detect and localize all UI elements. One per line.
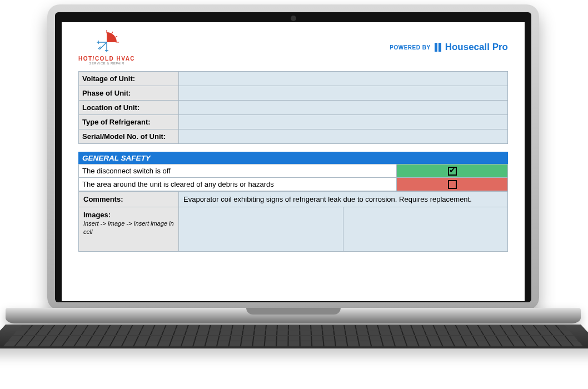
- info-row: Type of Refrigerant:: [79, 115, 508, 129]
- camera-dot: [291, 16, 296, 21]
- svg-rect-10: [435, 43, 437, 52]
- laptop-frame: HOT/COLD HVAC SERVICE & REPAIR POWERED B…: [0, 0, 588, 389]
- checklist-text: The disconnect switch is off: [79, 164, 397, 178]
- laptop-hinge: [6, 308, 581, 323]
- checklist-text: The area around the unit is cleared of a…: [79, 178, 397, 191]
- checkbox-checked-icon: [448, 167, 457, 176]
- images-row: Images: Insert -> Image -> Insert image …: [79, 207, 508, 252]
- document-viewport: HOT/COLD HVAC SERVICE & REPAIR POWERED B…: [62, 22, 525, 301]
- unit-info-table: Voltage of Unit: Phase of Unit: Location…: [78, 71, 508, 144]
- screen-bezel-outer: HOT/COLD HVAC SERVICE & REPAIR POWERED B…: [47, 4, 539, 310]
- info-label: Phase of Unit:: [79, 86, 179, 101]
- info-label: Type of Refrigerant:: [79, 115, 179, 129]
- checkbox-unchecked-icon: [448, 180, 457, 189]
- info-value[interactable]: [179, 86, 508, 101]
- safety-checklist: The disconnect switch is off The area ar…: [78, 164, 508, 191]
- sun-snowflake-icon: [94, 30, 119, 54]
- info-value[interactable]: [179, 115, 508, 129]
- checklist-row: The area around the unit is cleared of a…: [79, 178, 508, 191]
- powered-by-label: POWERED BY: [390, 44, 430, 51]
- info-value[interactable]: [179, 72, 508, 86]
- svg-line-6: [99, 42, 107, 49]
- document-header: HOT/COLD HVAC SERVICE & REPAIR POWERED B…: [78, 28, 508, 67]
- info-label: Voltage of Unit:: [79, 72, 179, 86]
- powered-by: POWERED BY Housecall Pro: [390, 42, 508, 53]
- powered-by-name: Housecall Pro: [445, 42, 508, 53]
- comments-row: Comments: Evaporator coil exhibiting sig…: [79, 192, 508, 207]
- info-row: Phase of Unit:: [79, 86, 508, 101]
- screen-bezel-inner: HOT/COLD HVAC SERVICE & REPAIR POWERED B…: [55, 12, 531, 302]
- info-value[interactable]: [179, 101, 508, 115]
- keyboard: [0, 325, 588, 348]
- image-cell[interactable]: [179, 207, 343, 252]
- images-hint: Insert -> Image -> Insert image in cell: [83, 220, 174, 235]
- comments-images-table: Comments: Evaporator coil exhibiting sig…: [78, 191, 508, 252]
- company-logo: HOT/COLD HVAC SERVICE & REPAIR: [78, 30, 135, 65]
- trackpad-notch: [246, 308, 341, 315]
- comments-value[interactable]: Evaporator coil exhibiting signs of refr…: [179, 192, 508, 207]
- info-row: Voltage of Unit:: [79, 72, 508, 86]
- info-row: Serial/Model No. of Unit:: [79, 129, 508, 144]
- section-header: GENERAL SAFETY: [78, 152, 508, 164]
- checklist-row: The disconnect switch is off: [79, 164, 508, 178]
- info-label: Location of Unit:: [79, 101, 179, 115]
- checklist-status[interactable]: [397, 164, 508, 178]
- company-name: HOT/COLD HVAC: [78, 56, 135, 62]
- checklist-status[interactable]: [397, 178, 508, 191]
- image-cell[interactable]: [343, 207, 507, 252]
- svg-rect-11: [438, 43, 441, 52]
- info-row: Location of Unit:: [79, 101, 508, 115]
- info-label: Serial/Model No. of Unit:: [79, 129, 179, 144]
- laptop-base: [6, 308, 581, 380]
- housecall-icon: [434, 43, 442, 52]
- comments-label: Comments:: [79, 192, 179, 207]
- info-value[interactable]: [179, 129, 508, 144]
- images-label: Images: Insert -> Image -> Insert image …: [79, 207, 179, 252]
- company-tagline: SERVICE & REPAIR: [89, 62, 124, 65]
